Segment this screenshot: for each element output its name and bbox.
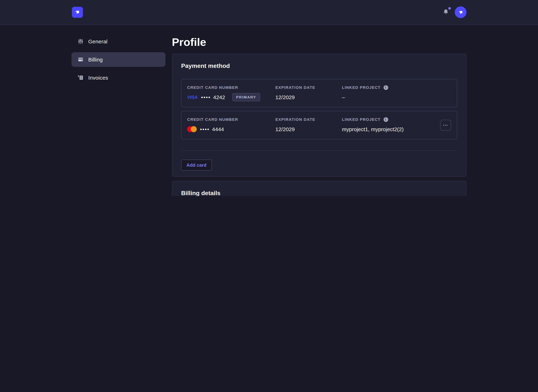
- expiration-label: EXPIRATION DATE: [275, 85, 342, 90]
- sidebar-item-general[interactable]: General: [71, 34, 166, 49]
- card-actions-menu-button[interactable]: •••: [440, 120, 451, 131]
- billing-details-title: Billing details: [181, 190, 457, 196]
- unread-notification-dot: [448, 7, 451, 10]
- expiration-value: 12/2029: [275, 125, 342, 133]
- linked-project-value: –: [342, 93, 451, 101]
- app-window: General Billing $: [0, 0, 538, 196]
- billing-details-panel: Billing details First name Last name Com…: [172, 181, 467, 196]
- payment-method-title: Payment method: [181, 63, 457, 70]
- credit-card-row-mastercard: CREDIT CARD NUMBER •••• 4444 EXPIRATION …: [181, 111, 457, 139]
- user-avatar[interactable]: [455, 6, 467, 18]
- strapi-logo[interactable]: [72, 7, 83, 18]
- card-number-cell: CREDIT CARD NUMBER VISA •••• 4242 PRIMAR…: [187, 85, 275, 107]
- bell-icon: [442, 9, 449, 16]
- credit-card-icon: [77, 56, 84, 63]
- sidebar-item-label: Billing: [88, 56, 103, 63]
- strapi-avatar-icon: [458, 9, 463, 15]
- masked-digits: ••••: [200, 126, 209, 132]
- divider: [181, 150, 457, 151]
- payment-method-panel: Payment method CREDIT CARD NUMBER VISA •…: [172, 54, 467, 177]
- card-number-cell: CREDIT CARD NUMBER •••• 4444: [187, 117, 275, 139]
- svg-text:$: $: [78, 75, 79, 78]
- info-icon[interactable]: i: [383, 85, 388, 90]
- linked-project-cell: LINKED PROJECT i myproject1, myproject2(…: [342, 117, 451, 139]
- strapi-logo-icon: [74, 9, 81, 15]
- expiration-cell: EXPIRATION DATE 12/2029: [275, 117, 342, 139]
- sidebar-item-label: General: [88, 38, 107, 44]
- credit-card-row-visa: CREDIT CARD NUMBER VISA •••• 4242 PRIMAR…: [181, 79, 457, 107]
- expiration-cell: EXPIRATION DATE 12/2029: [275, 85, 342, 107]
- info-icon[interactable]: i: [383, 117, 388, 122]
- sliders-icon: [77, 38, 84, 45]
- sidebar-item-invoices[interactable]: $ Invoices: [71, 70, 166, 85]
- expiration-value: 12/2029: [275, 93, 342, 101]
- linked-project-label: LINKED PROJECT: [342, 117, 381, 122]
- top-bar: [0, 0, 538, 25]
- primary-badge: PRIMARY: [232, 93, 260, 101]
- visa-logo: VISA: [187, 94, 197, 100]
- invoice-icon: $: [77, 75, 84, 81]
- expiration-label: EXPIRATION DATE: [275, 117, 342, 122]
- linked-project-label: LINKED PROJECT: [342, 85, 381, 90]
- add-card-button[interactable]: Add card: [181, 159, 212, 171]
- sidebar-item-label: Invoices: [88, 75, 108, 81]
- settings-sidebar: General Billing $: [71, 34, 166, 89]
- card-number-label: CREDIT CARD NUMBER: [187, 85, 275, 90]
- card-last4: 4242: [213, 94, 225, 100]
- masked-digits: ••••: [201, 94, 211, 100]
- mastercard-logo: [187, 126, 197, 132]
- linked-project-cell: LINKED PROJECT i –: [342, 85, 451, 107]
- card-last4: 4444: [212, 126, 224, 132]
- sidebar-item-billing[interactable]: Billing: [71, 52, 166, 67]
- card-number-label: CREDIT CARD NUMBER: [187, 117, 275, 122]
- page-title: Profile: [172, 36, 206, 49]
- linked-project-value: myproject1, myproject2(2): [342, 125, 451, 133]
